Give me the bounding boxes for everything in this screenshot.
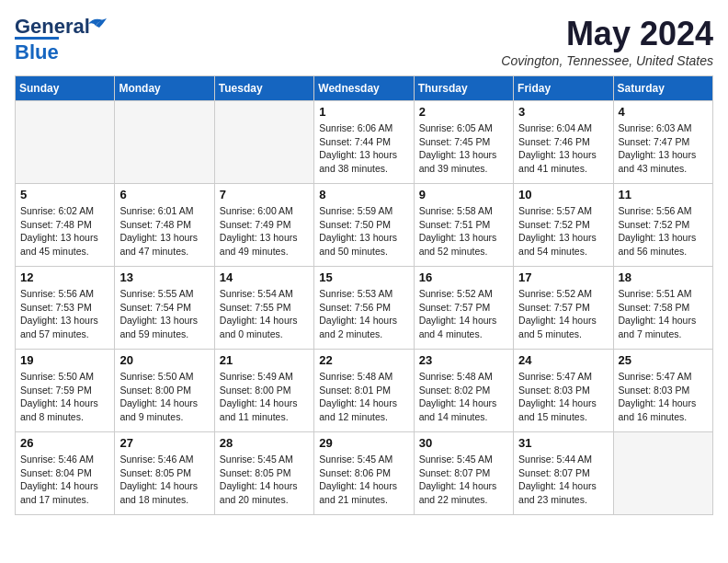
day-cell: 17Sunrise: 5:52 AMSunset: 7:57 PMDayligh…	[514, 267, 613, 350]
day-cell: 13Sunrise: 5:55 AMSunset: 7:54 PMDayligh…	[115, 267, 214, 350]
day-number: 4	[619, 105, 708, 119]
weekday-friday: Friday	[514, 76, 613, 101]
day-number: 15	[319, 270, 408, 284]
day-number: 21	[220, 353, 309, 367]
day-cell: 12Sunrise: 5:56 AMSunset: 7:53 PMDayligh…	[16, 267, 115, 350]
day-cell: 26Sunrise: 5:46 AMSunset: 8:04 PMDayligh…	[16, 432, 115, 515]
day-info: Sunrise: 5:47 AMSunset: 8:03 PMDaylight:…	[518, 370, 608, 424]
day-cell: 9Sunrise: 5:58 AMSunset: 7:51 PMDaylight…	[414, 184, 513, 267]
day-info: Sunrise: 5:47 AMSunset: 8:03 PMDaylight:…	[619, 370, 708, 424]
weekday-tuesday: Tuesday	[214, 76, 313, 101]
day-info: Sunrise: 5:58 AMSunset: 7:51 PMDaylight:…	[419, 204, 508, 259]
day-number: 17	[518, 270, 608, 284]
location: Covington, Tennessee, United States	[501, 53, 713, 68]
title-block: May 2024 Covington, Tennessee, United St…	[501, 15, 713, 68]
day-info: Sunrise: 5:52 AMSunset: 7:57 PMDaylight:…	[518, 287, 608, 341]
weekday-thursday: Thursday	[414, 76, 513, 101]
day-number: 8	[319, 188, 408, 201]
day-cell: 21Sunrise: 5:49 AMSunset: 8:00 PMDayligh…	[214, 350, 313, 432]
weekday-header-row: SundayMondayTuesdayWednesdayThursdayFrid…	[16, 76, 713, 101]
day-info: Sunrise: 6:05 AMSunset: 7:45 PMDaylight:…	[419, 121, 508, 176]
day-cell: 16Sunrise: 5:52 AMSunset: 7:57 PMDayligh…	[414, 267, 513, 350]
calendar-table: SundayMondayTuesdayWednesdayThursdayFrid…	[15, 75, 713, 515]
day-cell: 20Sunrise: 5:50 AMSunset: 8:00 PMDayligh…	[115, 350, 214, 432]
day-number: 10	[518, 188, 608, 201]
day-cell	[16, 101, 115, 184]
day-number: 14	[220, 270, 309, 284]
day-info: Sunrise: 5:44 AMSunset: 8:07 PMDaylight:…	[518, 453, 608, 507]
day-number: 11	[619, 188, 708, 201]
day-number: 27	[119, 436, 209, 450]
logo-bird-icon	[86, 17, 107, 31]
day-info: Sunrise: 5:48 AMSunset: 8:02 PMDaylight:…	[419, 370, 508, 424]
day-info: Sunrise: 5:46 AMSunset: 8:04 PMDaylight:…	[20, 453, 109, 507]
day-cell: 7Sunrise: 6:00 AMSunset: 7:49 PMDaylight…	[214, 184, 313, 267]
day-info: Sunrise: 5:55 AMSunset: 7:54 PMDaylight:…	[119, 287, 209, 341]
day-cell	[613, 432, 712, 515]
day-number: 29	[319, 436, 408, 450]
day-number: 1	[319, 105, 408, 119]
week-row-4: 19Sunrise: 5:50 AMSunset: 7:59 PMDayligh…	[16, 350, 713, 432]
day-number: 26	[20, 436, 109, 450]
weekday-wednesday: Wednesday	[314, 76, 414, 101]
day-number: 23	[419, 353, 508, 367]
day-number: 2	[419, 105, 508, 119]
day-cell: 27Sunrise: 5:46 AMSunset: 8:05 PMDayligh…	[115, 432, 214, 515]
day-info: Sunrise: 6:06 AMSunset: 7:44 PMDaylight:…	[319, 121, 408, 176]
day-number: 28	[220, 436, 309, 450]
logo-general: General	[15, 15, 90, 38]
day-info: Sunrise: 5:56 AMSunset: 7:52 PMDaylight:…	[619, 204, 708, 259]
day-info: Sunrise: 6:01 AMSunset: 7:48 PMDaylight:…	[119, 204, 209, 259]
day-info: Sunrise: 5:45 AMSunset: 8:07 PMDaylight:…	[419, 453, 508, 507]
day-cell: 14Sunrise: 5:54 AMSunset: 7:55 PMDayligh…	[214, 267, 313, 350]
day-info: Sunrise: 6:03 AMSunset: 7:47 PMDaylight:…	[619, 121, 708, 176]
day-info: Sunrise: 5:53 AMSunset: 7:56 PMDaylight:…	[319, 287, 408, 341]
day-info: Sunrise: 5:52 AMSunset: 7:57 PMDaylight:…	[419, 287, 508, 341]
day-cell: 2Sunrise: 6:05 AMSunset: 7:45 PMDaylight…	[414, 101, 513, 184]
day-info: Sunrise: 5:51 AMSunset: 7:58 PMDaylight:…	[619, 287, 708, 341]
day-info: Sunrise: 5:49 AMSunset: 8:00 PMDaylight:…	[220, 370, 309, 424]
day-cell: 3Sunrise: 6:04 AMSunset: 7:46 PMDaylight…	[514, 101, 613, 184]
day-cell: 6Sunrise: 6:01 AMSunset: 7:48 PMDaylight…	[115, 184, 214, 267]
day-number: 19	[20, 353, 109, 367]
day-number: 16	[419, 270, 508, 284]
day-cell: 5Sunrise: 6:02 AMSunset: 7:48 PMDaylight…	[16, 184, 115, 267]
day-cell: 8Sunrise: 5:59 AMSunset: 7:50 PMDaylight…	[314, 184, 414, 267]
day-cell	[115, 101, 214, 184]
day-info: Sunrise: 5:50 AMSunset: 8:00 PMDaylight:…	[119, 370, 209, 424]
day-number: 6	[119, 188, 209, 201]
day-info: Sunrise: 6:00 AMSunset: 7:49 PMDaylight:…	[220, 204, 309, 259]
day-cell: 22Sunrise: 5:48 AMSunset: 8:01 PMDayligh…	[314, 350, 414, 432]
day-cell: 15Sunrise: 5:53 AMSunset: 7:56 PMDayligh…	[314, 267, 414, 350]
day-number: 20	[119, 353, 209, 367]
day-cell: 28Sunrise: 5:45 AMSunset: 8:05 PMDayligh…	[214, 432, 313, 515]
day-cell: 18Sunrise: 5:51 AMSunset: 7:58 PMDayligh…	[613, 267, 712, 350]
day-cell: 4Sunrise: 6:03 AMSunset: 7:47 PMDaylight…	[613, 101, 712, 184]
day-cell: 10Sunrise: 5:57 AMSunset: 7:52 PMDayligh…	[514, 184, 613, 267]
day-cell: 24Sunrise: 5:47 AMSunset: 8:03 PMDayligh…	[514, 350, 613, 432]
day-number: 12	[20, 270, 109, 284]
day-cell: 1Sunrise: 6:06 AMSunset: 7:44 PMDaylight…	[314, 101, 414, 184]
day-cell: 19Sunrise: 5:50 AMSunset: 7:59 PMDayligh…	[16, 350, 115, 432]
day-info: Sunrise: 5:48 AMSunset: 8:01 PMDaylight:…	[319, 370, 408, 424]
day-number: 5	[20, 188, 109, 201]
day-number: 24	[518, 353, 608, 367]
day-number: 3	[518, 105, 608, 119]
day-cell: 31Sunrise: 5:44 AMSunset: 8:07 PMDayligh…	[514, 432, 613, 515]
day-number: 13	[119, 270, 209, 284]
logo: General Blue	[15, 15, 90, 64]
day-info: Sunrise: 6:04 AMSunset: 7:46 PMDaylight:…	[518, 121, 608, 176]
day-info: Sunrise: 5:59 AMSunset: 7:50 PMDaylight:…	[319, 204, 408, 259]
day-number: 7	[220, 188, 309, 201]
day-info: Sunrise: 5:45 AMSunset: 8:06 PMDaylight:…	[319, 453, 408, 507]
day-number: 9	[419, 188, 508, 201]
day-info: Sunrise: 5:54 AMSunset: 7:55 PMDaylight:…	[220, 287, 309, 341]
day-cell: 30Sunrise: 5:45 AMSunset: 8:07 PMDayligh…	[414, 432, 513, 515]
day-number: 30	[419, 436, 508, 450]
page-header: General Blue May 2024 Covington, Tenness…	[15, 15, 713, 68]
day-cell: 29Sunrise: 5:45 AMSunset: 8:06 PMDayligh…	[314, 432, 414, 515]
day-number: 31	[518, 436, 608, 450]
week-row-3: 12Sunrise: 5:56 AMSunset: 7:53 PMDayligh…	[16, 267, 713, 350]
day-info: Sunrise: 6:02 AMSunset: 7:48 PMDaylight:…	[20, 204, 109, 259]
week-row-1: 1Sunrise: 6:06 AMSunset: 7:44 PMDaylight…	[16, 101, 713, 184]
